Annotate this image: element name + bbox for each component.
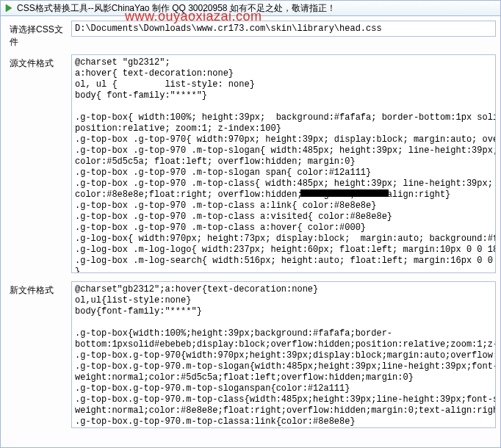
redaction-bar [300, 189, 389, 197]
source-row: 源文件格式 [5, 54, 496, 275]
source-label: 源文件格式 [5, 54, 71, 70]
watermark-text: www.ouyaoxiazai.com [125, 9, 262, 24]
choose-file-label: 请选择CSS文件 [5, 21, 71, 48]
new-row: 新文件格式 [5, 281, 496, 430]
client-area: 请选择CSS文件 源文件格式 新文件格式 [0, 16, 501, 448]
new-label: 新文件格式 [5, 281, 71, 297]
source-css-textarea[interactable] [71, 54, 496, 273]
app-icon [4, 3, 14, 13]
file-path-row: 请选择CSS文件 [5, 21, 496, 48]
new-css-textarea[interactable] [71, 281, 496, 428]
